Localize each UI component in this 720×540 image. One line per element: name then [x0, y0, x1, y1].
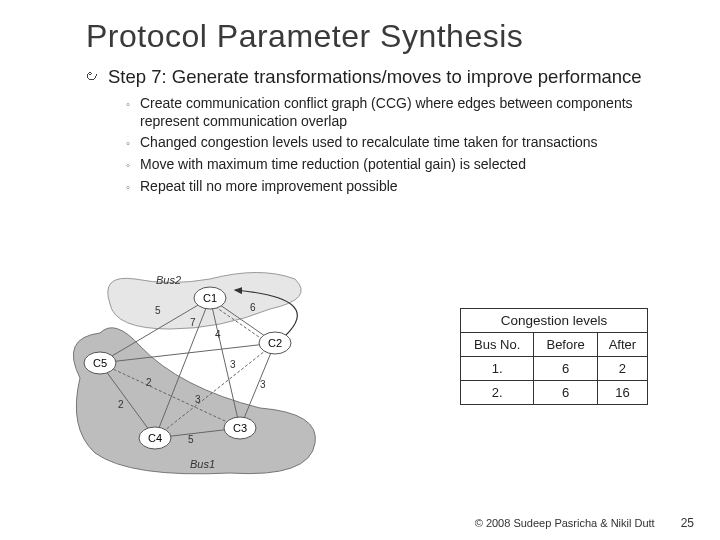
ccg-diagram: C1 C2 C3 C4 C5 5 6 7 4 3 3 3 2 2 [60, 268, 360, 480]
bus1-label: Bus1 [190, 458, 215, 470]
table-row: 1. 6 2 [461, 357, 648, 381]
sub-text: Create communication conflict graph (CCG… [140, 95, 690, 130]
list-item: ◦ Changed congestion levels used to reca… [126, 134, 690, 152]
sub-text: Move with maximum time reduction (potent… [140, 156, 526, 174]
svg-text:4: 4 [215, 329, 221, 340]
node-c2: C2 [268, 337, 282, 349]
svg-text:5: 5 [155, 305, 161, 316]
svg-text:2: 2 [118, 399, 124, 410]
svg-text:3: 3 [195, 394, 201, 405]
table-header-row: Bus No. Before After [461, 333, 648, 357]
svg-text:7: 7 [190, 317, 196, 328]
list-item: ◦ Move with maximum time reduction (pote… [126, 156, 690, 174]
table-row: 2. 6 16 [461, 381, 648, 405]
bus2-label: Bus2 [156, 274, 181, 286]
slide: Protocol Parameter Synthesis ౿ Step 7: G… [0, 0, 720, 540]
svg-text:2: 2 [146, 377, 152, 388]
ring-icon: ◦ [126, 134, 140, 152]
list-item: ◦ Create communication conflict graph (C… [126, 95, 690, 130]
sub-text: Changed congestion levels used to recalc… [140, 134, 598, 152]
node-c4: C4 [148, 432, 162, 444]
mask [90, 233, 260, 273]
page-number: 25 [681, 516, 694, 530]
table-title: Congestion levels [461, 309, 648, 333]
node-c1: C1 [203, 292, 217, 304]
svg-text:6: 6 [250, 302, 256, 313]
node-c3: C3 [233, 422, 247, 434]
step-row: ౿ Step 7: Generate transformations/moves… [84, 65, 690, 89]
th-after: After [597, 333, 647, 357]
node-c5: C5 [93, 357, 107, 369]
ring-icon: ◦ [126, 178, 140, 196]
th-bus: Bus No. [461, 333, 534, 357]
ring-icon: ◦ [126, 156, 140, 174]
swirl-icon: ౿ [84, 65, 108, 89]
copyright: © 2008 Sudeep Pasricha & Nikil Dutt [475, 517, 655, 529]
page-title: Protocol Parameter Synthesis [86, 18, 690, 55]
sub-list: ◦ Create communication conflict graph (C… [126, 95, 690, 196]
svg-text:3: 3 [230, 359, 236, 370]
footer: © 2008 Sudeep Pasricha & Nikil Dutt 25 [475, 516, 694, 530]
svg-text:3: 3 [260, 379, 266, 390]
list-item: ◦ Repeat till no more improvement possib… [126, 178, 690, 196]
ring-icon: ◦ [126, 95, 140, 113]
step-text: Step 7: Generate transformations/moves t… [108, 65, 642, 88]
th-before: Before [534, 333, 598, 357]
congestion-table: Congestion levels Bus No. Before After 1… [460, 308, 648, 405]
sub-text: Repeat till no more improvement possible [140, 178, 398, 196]
svg-text:5: 5 [188, 434, 194, 445]
